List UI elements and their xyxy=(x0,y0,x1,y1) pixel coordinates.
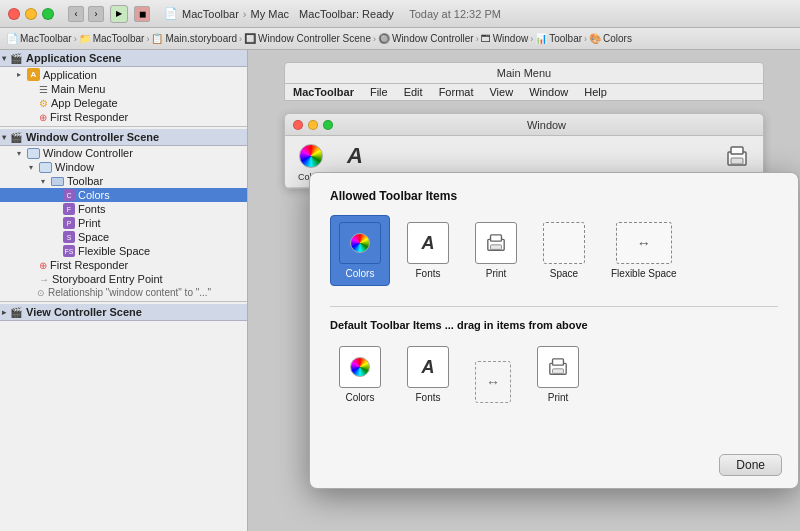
toolbar-items-modal: Allowed Toolbar Items Colors xyxy=(309,172,799,489)
scene-label: Window Controller Scene xyxy=(26,131,159,143)
scene-tree: ▾ 🎬 Application Scene ▸ A Application ▸ … xyxy=(0,50,248,531)
stop-button[interactable]: ◼ xyxy=(134,6,150,22)
svg-rect-7 xyxy=(553,359,564,365)
tree-item-label: Window xyxy=(55,161,94,173)
minimize-button[interactable] xyxy=(25,8,37,20)
tree-item-storyboard-entry[interactable]: ▸ → Storyboard Entry Point xyxy=(0,272,247,286)
tree-item-first-responder-app[interactable]: ▸ ⊕ First Responder xyxy=(0,110,247,124)
window-titlebar: Window xyxy=(285,114,763,136)
allowed-print-label: Print xyxy=(486,268,507,279)
default-colors-label: Colors xyxy=(346,392,375,403)
menu-item-mactoolbar[interactable]: MacToolbar xyxy=(293,86,354,98)
title-center: MacToolbar: Ready Today at 12:32 PM xyxy=(299,8,501,20)
space-icon: S xyxy=(63,231,75,243)
title-separator: › xyxy=(243,8,247,20)
default-print-icon xyxy=(547,357,569,377)
window-icon xyxy=(27,148,40,159)
view-controller-scene-header[interactable]: ▸ 🎬 View Controller Scene xyxy=(0,304,247,321)
tree-item-window[interactable]: ▾ Window xyxy=(0,160,247,174)
flexspace-arrow-icon: ↔ xyxy=(637,235,651,251)
colors-wheel-icon xyxy=(297,142,325,170)
tree-item-application[interactable]: ▸ A Application xyxy=(0,67,247,82)
window-icon xyxy=(39,162,52,173)
tree-item-first-responder-wc[interactable]: ▸ ⊕ First Responder xyxy=(0,258,247,272)
expand-icon: ▾ xyxy=(2,54,6,63)
delegate-icon: ⚙ xyxy=(39,98,48,109)
fonts-letter-icon: A xyxy=(422,233,435,254)
menu-item-view[interactable]: View xyxy=(489,86,513,98)
window-minimize[interactable] xyxy=(308,120,318,130)
tree-item-flexible-space[interactable]: ▸ FS Flexible Space xyxy=(0,244,247,258)
menu-item-format[interactable]: Format xyxy=(439,86,474,98)
run-button[interactable]: ▶ xyxy=(110,5,128,23)
default-fonts-label: Fonts xyxy=(415,392,440,403)
flexspace-item-box: ↔ xyxy=(616,222,672,264)
default-item-fonts[interactable]: A Fonts xyxy=(398,339,458,410)
title-bar: ‹ › ▶ ◼ 📄 MacToolbar › My Mac MacToolbar… xyxy=(0,0,800,28)
traffic-lights xyxy=(8,8,54,20)
forward-button[interactable]: › xyxy=(88,6,104,22)
default-item-print[interactable]: Print xyxy=(528,339,588,410)
print-icon: P xyxy=(63,217,75,229)
main-layout: ▾ 🎬 Application Scene ▸ A Application ▸ … xyxy=(0,50,800,531)
app-name: MacToolbar xyxy=(182,8,239,20)
tree-item-window-controller[interactable]: ▾ Window Controller xyxy=(0,146,247,160)
window-maximize[interactable] xyxy=(323,120,333,130)
done-button[interactable]: Done xyxy=(719,454,782,476)
default-items-row: Colors A Fonts ↔ xyxy=(330,339,778,410)
tree-item-label: Application xyxy=(43,69,97,81)
main-menu-title: Main Menu xyxy=(284,62,764,84)
svg-rect-2 xyxy=(731,158,743,164)
allowed-items-row: Colors A Fonts xyxy=(330,215,778,286)
allowed-fonts-label: Fonts xyxy=(415,268,440,279)
close-button[interactable] xyxy=(8,8,20,20)
tree-item-app-delegate[interactable]: ▸ ⚙ App Delegate xyxy=(0,96,247,110)
expand-icon: ▸ xyxy=(2,308,6,317)
menu-item-help[interactable]: Help xyxy=(584,86,607,98)
application-scene-header[interactable]: ▾ 🎬 Application Scene xyxy=(0,50,247,67)
tree-item-space[interactable]: ▸ S Space xyxy=(0,230,247,244)
modal-footer: Done xyxy=(310,446,798,488)
window-close[interactable] xyxy=(293,120,303,130)
tree-item-label: Window Controller xyxy=(43,147,133,159)
colors-item-box xyxy=(339,222,381,264)
tree-item-label: First Responder xyxy=(50,259,128,271)
default-item-colors[interactable]: Colors xyxy=(330,339,390,410)
allowed-item-flexspace[interactable]: ↔ Flexible Space xyxy=(602,215,686,286)
tree-item-fonts[interactable]: ▸ F Fonts xyxy=(0,202,247,216)
tree-item-toolbar[interactable]: ▾ Toolbar xyxy=(0,174,247,188)
menu-item-edit[interactable]: Edit xyxy=(404,86,423,98)
tree-item-main-menu[interactable]: ▸ ☰ Main Menu xyxy=(0,82,247,96)
menu-item-file[interactable]: File xyxy=(370,86,388,98)
scene-icon: 🎬 xyxy=(10,307,22,318)
window-title: Window xyxy=(338,119,755,131)
default-colors-icon xyxy=(350,357,370,377)
colors-wheel-icon xyxy=(350,233,370,253)
default-fonts-icon: A xyxy=(422,357,435,378)
scene-icon: 🎬 xyxy=(10,132,22,143)
expand-icon: ▾ xyxy=(2,133,6,142)
tree-item-relationship[interactable]: ▸ ⊙ Relationship "window content" to "..… xyxy=(0,286,247,299)
default-print-label: Print xyxy=(548,392,569,403)
space-item-box xyxy=(543,222,585,264)
back-button[interactable]: ‹ xyxy=(68,6,84,22)
svg-rect-1 xyxy=(731,147,743,154)
allowed-item-print[interactable]: Print xyxy=(466,215,526,286)
allowed-item-space[interactable]: Space xyxy=(534,215,594,286)
tree-item-colors[interactable]: ▸ C Colors xyxy=(0,188,247,202)
time-text: Today at 12:32 PM xyxy=(409,8,501,20)
right-panel: Main Menu MacToolbar File Edit Format Vi… xyxy=(248,50,800,531)
allowed-item-colors[interactable]: Colors xyxy=(330,215,390,286)
allowed-item-fonts[interactable]: A Fonts xyxy=(398,215,458,286)
maximize-button[interactable] xyxy=(42,8,54,20)
tree-item-label: First Responder xyxy=(50,111,128,123)
svg-rect-5 xyxy=(491,245,502,250)
default-fonts-box: A xyxy=(407,346,449,388)
window-controller-scene-header[interactable]: ▾ 🎬 Window Controller Scene xyxy=(0,129,247,146)
scene-icon: 🎬 xyxy=(10,53,22,64)
tree-item-label: Main Menu xyxy=(51,83,105,95)
responder-icon: ⊕ xyxy=(39,112,47,123)
allowed-section-title: Allowed Toolbar Items xyxy=(330,189,778,203)
menu-item-window[interactable]: Window xyxy=(529,86,568,98)
tree-item-print[interactable]: ▸ P Print xyxy=(0,216,247,230)
